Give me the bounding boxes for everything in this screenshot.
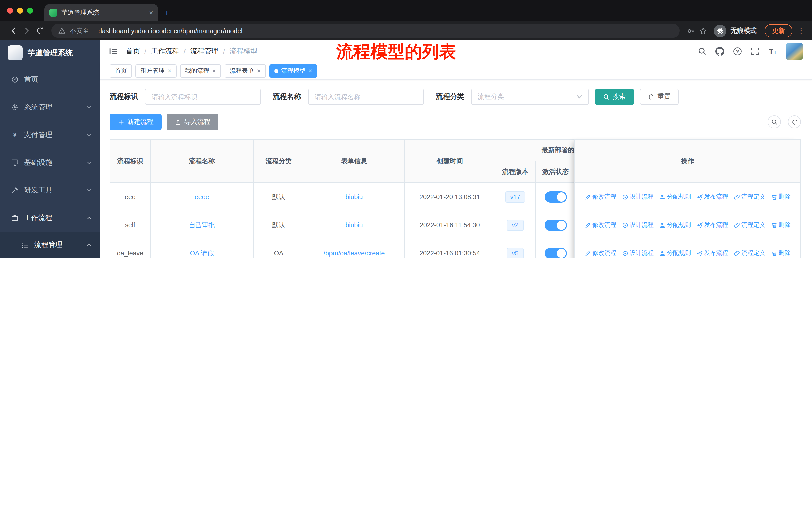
refresh-table-button[interactable] bbox=[788, 115, 801, 129]
process-definition-link[interactable]: 流程定义 bbox=[734, 192, 765, 201]
form-link[interactable]: biubiu bbox=[345, 221, 363, 229]
minimize-window-button[interactable] bbox=[17, 7, 23, 13]
back-button[interactable] bbox=[7, 24, 20, 37]
tab-home[interactable]: 首页 bbox=[110, 64, 132, 77]
sidebar-item-process-mgmt[interactable]: 流程管理 bbox=[0, 232, 100, 258]
app-navbar: 首页 / 工作流程 / 流程管理 / 流程模型 流程模型的列表 bbox=[100, 40, 812, 62]
breadcrumb-home[interactable]: 首页 bbox=[126, 47, 140, 56]
address-bar[interactable]: 不安全 dashboard.yudao.iocoder.cn/bpm/manag… bbox=[51, 24, 679, 38]
reload-button[interactable] bbox=[33, 24, 46, 37]
process-definition-link[interactable]: 流程定义 bbox=[734, 249, 765, 257]
gear-icon bbox=[11, 103, 19, 111]
close-icon[interactable]: × bbox=[168, 67, 171, 74]
import-process-button[interactable]: 导入流程 bbox=[167, 114, 219, 130]
sidebar-item-home[interactable]: 首页 bbox=[0, 65, 100, 93]
edit-process-link[interactable]: 修改流程 bbox=[585, 221, 616, 229]
create-process-button[interactable]: 新建流程 bbox=[110, 114, 162, 130]
process-name-link[interactable]: OA 请假 bbox=[190, 249, 214, 257]
browser-menu-button[interactable]: ⋮ bbox=[798, 26, 805, 35]
close-icon[interactable]: × bbox=[257, 67, 261, 74]
close-icon[interactable]: × bbox=[212, 67, 216, 74]
filter-process-category: 流程分类 流程分类 bbox=[436, 89, 589, 105]
process-name-input[interactable] bbox=[308, 89, 424, 105]
col-header-created: 创建时间 bbox=[405, 140, 495, 183]
publish-process-link[interactable]: 发布流程 bbox=[696, 249, 728, 257]
star-icon bbox=[699, 27, 706, 34]
security-label[interactable]: 不安全 bbox=[70, 26, 89, 35]
reset-button[interactable]: 重置 bbox=[640, 89, 678, 105]
sidebar-item-payment[interactable]: 支付管理 bbox=[0, 121, 100, 148]
font-size-icon[interactable] bbox=[768, 47, 777, 56]
process-key-input[interactable] bbox=[145, 89, 261, 105]
yen-icon bbox=[11, 131, 19, 139]
collapse-sidebar-button[interactable] bbox=[109, 47, 118, 56]
process-model-table: 流程标识 流程名称 流程分类 表单信息 创建时间 最新部署的流程定义 流程版本 … bbox=[110, 139, 801, 258]
edit-process-link[interactable]: 修改流程 bbox=[585, 249, 616, 257]
sidebar-item-workflow[interactable]: 工作流程 bbox=[0, 204, 100, 232]
cell-key: eee bbox=[110, 183, 150, 211]
toggle-search-button[interactable] bbox=[768, 115, 781, 129]
publish-process-link[interactable]: 发布流程 bbox=[696, 221, 728, 229]
paperclip-icon bbox=[734, 194, 740, 200]
cell-created: 2022-01-16 01:30:54 bbox=[405, 239, 495, 258]
tab-process-model[interactable]: 流程模型 × bbox=[269, 64, 317, 77]
tab-process-form[interactable]: 流程表单 × bbox=[225, 64, 265, 77]
tag-label: 流程表单 bbox=[230, 66, 254, 75]
close-icon[interactable]: × bbox=[309, 67, 312, 74]
design-process-link[interactable]: 设计流程 bbox=[622, 221, 654, 229]
design-process-link[interactable]: 设计流程 bbox=[622, 249, 654, 257]
breadcrumb-workflow[interactable]: 工作流程 bbox=[151, 47, 179, 56]
paperclip-icon bbox=[734, 222, 740, 228]
sidebar-item-label: 基础设施 bbox=[24, 158, 52, 167]
password-key-button[interactable] bbox=[685, 25, 697, 37]
process-category-select[interactable]: 流程分类 bbox=[471, 89, 589, 105]
assign-rule-link[interactable]: 分配规则 bbox=[659, 192, 691, 201]
delete-process-link[interactable]: 删除 bbox=[771, 249, 791, 257]
col-header-version: 流程版本 bbox=[495, 161, 535, 183]
sidebar-item-devtools[interactable]: 研发工具 bbox=[0, 176, 100, 204]
sidebar-item-label: 研发工具 bbox=[24, 186, 52, 195]
sidebar-item-infra[interactable]: 基础设施 bbox=[0, 148, 100, 176]
col-header-form: 表单信息 bbox=[304, 140, 405, 183]
fixed-actions-column: 操作 修改流程 设计流程 分配规则 发布流程 流程定义 删除 修改流程 设计流程 bbox=[574, 139, 801, 258]
search-button[interactable]: 搜索 bbox=[595, 89, 634, 105]
trash-icon bbox=[771, 222, 777, 228]
tab-tenant-mgmt[interactable]: 租户管理 × bbox=[136, 64, 176, 77]
edit-process-link[interactable]: 修改流程 bbox=[585, 192, 616, 201]
avatar[interactable] bbox=[786, 43, 803, 60]
new-tab-button[interactable]: + bbox=[164, 8, 170, 18]
publish-process-link[interactable]: 发布流程 bbox=[696, 192, 728, 201]
form-link[interactable]: biubiu bbox=[345, 193, 363, 200]
help-icon[interactable] bbox=[733, 47, 742, 56]
send-icon bbox=[696, 194, 702, 200]
assign-rule-link[interactable]: 分配规则 bbox=[659, 249, 691, 257]
logo-image bbox=[7, 45, 23, 60]
search-icon[interactable] bbox=[698, 47, 707, 56]
fullscreen-icon[interactable] bbox=[751, 47, 760, 56]
sidebar-item-system[interactable]: 系统管理 bbox=[0, 93, 100, 121]
process-name-link[interactable]: eeee bbox=[195, 193, 209, 200]
delete-process-link[interactable]: 删除 bbox=[771, 192, 791, 201]
browser-tab[interactable]: 芋道管理系统 × bbox=[44, 4, 158, 21]
refresh-icon bbox=[648, 93, 655, 100]
delete-process-link[interactable]: 删除 bbox=[771, 221, 791, 229]
zoom-window-button[interactable] bbox=[27, 7, 33, 13]
github-icon[interactable] bbox=[715, 47, 724, 56]
process-definition-link[interactable]: 流程定义 bbox=[734, 221, 765, 229]
forward-button[interactable] bbox=[20, 24, 33, 37]
active-toggle[interactable] bbox=[545, 219, 567, 230]
bookmark-button[interactable] bbox=[697, 25, 709, 37]
key-icon bbox=[687, 27, 694, 34]
close-window-button[interactable] bbox=[7, 7, 13, 13]
design-process-link[interactable]: 设计流程 bbox=[622, 192, 654, 201]
update-button[interactable]: 更新 bbox=[765, 24, 792, 37]
process-name-link[interactable]: 自己审批 bbox=[189, 221, 215, 228]
breadcrumb-process-mgmt[interactable]: 流程管理 bbox=[190, 47, 219, 56]
assign-rule-link[interactable]: 分配规则 bbox=[659, 221, 691, 229]
tab-my-process[interactable]: 我的流程 × bbox=[180, 64, 221, 77]
form-link[interactable]: /bpm/oa/leave/create bbox=[324, 249, 385, 257]
close-tab-icon[interactable]: × bbox=[149, 9, 153, 16]
active-toggle[interactable] bbox=[545, 248, 567, 258]
active-toggle[interactable] bbox=[545, 191, 567, 202]
col-header-key: 流程标识 bbox=[110, 140, 150, 183]
